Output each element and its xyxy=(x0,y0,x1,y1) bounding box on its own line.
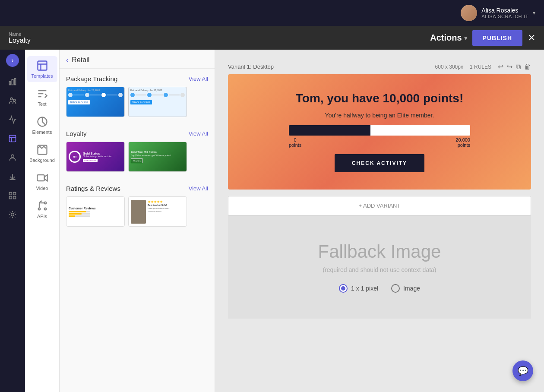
header-bar: Name Loyalty Actions ▾ PUBLISH ✕ xyxy=(0,26,544,50)
text-icon xyxy=(36,88,48,100)
section-header-loyalty: Loyalty View All xyxy=(66,130,208,137)
check-activity-button[interactable]: CHECK ACTIVITY xyxy=(335,154,424,172)
progress-end-label: 20,000 points xyxy=(455,137,470,148)
preview-card: Tom, you have 10,000 points! You're half… xyxy=(228,74,531,190)
view-all-package[interactable]: View All xyxy=(189,76,208,82)
radio-pixel-dot xyxy=(341,286,345,291)
user-menu[interactable]: Alisa Rosales ALISA-SCRATCH-IT ▾ xyxy=(461,5,535,21)
svg-rect-9 xyxy=(13,196,16,199)
template-card-loyalty1[interactable]: 450 Gold Status 30 Points to go to the n… xyxy=(66,142,125,172)
radio-image-circle xyxy=(391,284,400,293)
variant-actions: ↩ ↪ ⧉ 🗑 xyxy=(498,63,531,71)
templates-panel: ‹ Retail Package Tracking View All Estim… xyxy=(60,50,215,392)
svg-rect-0 xyxy=(9,82,11,85)
apis-label: APIs xyxy=(37,214,47,219)
svg-rect-12 xyxy=(38,61,47,70)
progress-start-label: 0 points xyxy=(289,137,301,148)
add-variant-button[interactable]: + ADD VARIANT xyxy=(228,196,531,215)
tool-video[interactable]: Video xyxy=(27,168,57,194)
svg-point-11 xyxy=(11,213,14,216)
elements-label: Elements xyxy=(32,130,52,135)
tool-templates[interactable]: Templates xyxy=(27,56,57,82)
main-layout: › Templates xyxy=(0,50,544,392)
apis-icon xyxy=(36,200,48,212)
name-label: Name xyxy=(9,32,31,37)
actions-button[interactable]: Actions ▾ xyxy=(430,33,467,43)
sidebar-item-audiences[interactable] xyxy=(4,92,21,109)
variant-rules: 1 RULES xyxy=(470,64,491,70)
preview-subtitle: You're halfway to being an Elite member. xyxy=(325,112,434,119)
sidebar-item-reports[interactable] xyxy=(4,187,21,204)
sidebar-item-downloads[interactable] xyxy=(4,168,21,185)
actions-chevron-icon: ▾ xyxy=(464,35,467,41)
view-all-ratings[interactable]: View All xyxy=(189,185,208,192)
background-icon xyxy=(36,144,48,156)
user-account: ALISA-SCRATCH-IT xyxy=(481,14,528,19)
svg-rect-7 xyxy=(9,193,12,195)
undo-button[interactable]: ↩ xyxy=(498,63,503,71)
svg-rect-1 xyxy=(12,79,13,85)
preview-title: Tom, you have 10,000 points! xyxy=(296,92,463,105)
variant-label: Variant 1: Desktop xyxy=(228,63,274,70)
actions-label: Actions xyxy=(430,33,462,43)
svg-point-4 xyxy=(13,99,16,101)
sidebar-item-campaigns[interactable] xyxy=(4,111,21,128)
delete-button[interactable]: 🗑 xyxy=(524,63,531,71)
top-bar: Alisa Rosales ALISA-SCRATCH-IT ▾ xyxy=(0,0,544,26)
tool-apis[interactable]: APIs xyxy=(27,196,57,222)
copy-button[interactable]: ⧉ xyxy=(516,63,521,71)
tool-text[interactable]: Text xyxy=(27,84,57,110)
template-card-package1[interactable]: Estimated Delivery: Jan 27, 2020 TRACK P… xyxy=(66,87,125,117)
svg-point-16 xyxy=(38,208,40,210)
template-card-loyalty2[interactable]: Gold Tier: 450 Points Buy $50 or more an… xyxy=(128,142,187,172)
progress-bar-fill xyxy=(289,125,370,136)
avatar xyxy=(461,5,477,21)
fallback-options: 1 x 1 pixel Image xyxy=(237,284,522,293)
svg-point-3 xyxy=(10,98,13,100)
sidebar-item-analytics[interactable] xyxy=(4,73,21,90)
fallback-option-pixel[interactable]: 1 x 1 pixel xyxy=(339,284,378,293)
variant-dimensions: 600 x 300px xyxy=(435,64,463,70)
fallback-section: Fallback Image (required and should not … xyxy=(228,215,531,319)
sidebar-toggle-button[interactable]: › xyxy=(6,54,19,67)
templates-header: ‹ Retail xyxy=(60,50,215,69)
sidebar-item-contacts[interactable] xyxy=(4,149,21,166)
publish-button[interactable]: PUBLISH xyxy=(472,30,522,46)
svg-point-18 xyxy=(44,208,46,210)
variant-meta: 600 x 300px 1 RULES ↩ ↪ ⧉ 🗑 xyxy=(435,63,531,71)
progress-container: 0 points 20,000 points xyxy=(289,125,470,148)
close-button[interactable]: ✕ xyxy=(528,32,535,44)
user-text-block: Alisa Rosales ALISA-SCRATCH-IT xyxy=(481,7,528,19)
svg-rect-8 xyxy=(13,193,16,195)
tool-elements[interactable]: Elements xyxy=(27,112,57,138)
sidebar-item-settings[interactable] xyxy=(4,206,21,223)
svg-point-6 xyxy=(11,155,14,158)
chevron-down-icon: ▾ xyxy=(533,10,535,16)
experience-name: Loyalty xyxy=(9,37,31,44)
template-card-ratings2[interactable]: ★★★★★ Best Leather Sofa! Lorem ipsum dol… xyxy=(128,196,187,227)
sidebar-item-experiences[interactable] xyxy=(4,130,21,147)
header-name-group: Name Loyalty xyxy=(9,32,31,44)
ratings-section: Ratings & Reviews View All Customer Revi… xyxy=(60,178,215,233)
section-title-loyalty: Loyalty xyxy=(66,130,87,137)
templates-label: Templates xyxy=(31,73,53,79)
redo-button[interactable]: ↪ xyxy=(507,63,512,71)
loyalty-section: Loyalty View All 450 Gold Status 30 Poin… xyxy=(60,123,215,178)
template-card-package2[interactable]: Estimated Delivery: Jan 27, 2020 TRACK P… xyxy=(128,87,187,117)
user-name: Alisa Rosales xyxy=(481,7,528,14)
fallback-option-image[interactable]: Image xyxy=(391,284,420,293)
fallback-image-label: Image xyxy=(403,285,420,292)
progress-bar-background xyxy=(289,125,470,136)
view-all-loyalty[interactable]: View All xyxy=(189,130,208,137)
fallback-pixel-label: 1 x 1 pixel xyxy=(351,285,378,292)
template-card-ratings1[interactable]: Customer Reviews xyxy=(66,196,125,227)
loyalty-template-grid: 450 Gold Status 30 Points to go to the n… xyxy=(66,142,208,172)
icon-sidebar: › xyxy=(0,50,25,392)
category-title: Retail xyxy=(72,56,89,64)
section-header-package: Package Tracking View All xyxy=(66,75,208,82)
chat-button[interactable]: 💬 xyxy=(512,360,533,381)
section-title-ratings: Ratings & Reviews xyxy=(66,185,120,192)
tool-background[interactable]: Background xyxy=(27,140,57,166)
back-button[interactable]: ‹ xyxy=(66,56,68,64)
svg-rect-15 xyxy=(37,175,44,181)
